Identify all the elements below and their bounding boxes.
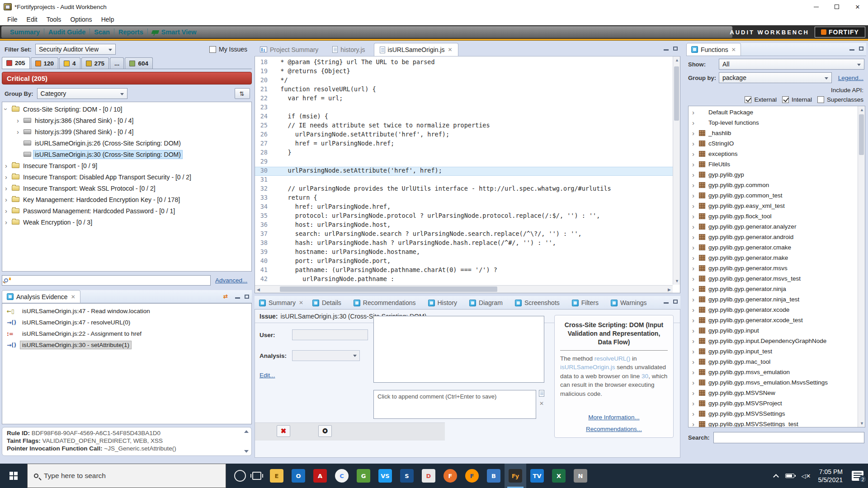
cortana-icon[interactable] [234, 470, 246, 482]
legend-link[interactable]: Legend... [838, 75, 863, 81]
tree-chevron-icon[interactable] [692, 389, 699, 397]
start-button[interactable] [0, 464, 27, 488]
function-package-item[interactable]: gyp.pylib.gyp.MSVSSettings_test [689, 419, 865, 427]
volume-muted-icon[interactable]: ◁✕ [802, 473, 811, 479]
issue-detail-tab[interactable]: Screenshots [510, 296, 567, 309]
severity-badge-tab[interactable]: 205 [2, 57, 30, 69]
close-button[interactable]: ✕ [847, 0, 868, 14]
append-comment-input[interactable]: Click to append comment (Ctrl+Enter to s… [373, 390, 536, 419]
function-package-item[interactable]: exceptions [689, 149, 865, 159]
bug-report-button[interactable]: 🞉 [318, 425, 332, 437]
issue-detail-tab[interactable]: Summary ✕ [255, 296, 308, 309]
delete-button[interactable]: ✖ [277, 425, 290, 437]
maximize-panel-icon[interactable] [245, 295, 249, 299]
tree-chevron-icon[interactable] [5, 207, 12, 215]
line-link[interactable]: 30 [642, 373, 648, 380]
minimize-button[interactable] [806, 0, 826, 14]
issue-detail-tab[interactable]: History [424, 296, 465, 309]
user-field[interactable] [292, 329, 368, 340]
comment-display-area[interactable] [373, 316, 544, 383]
function-package-item[interactable]: gyp.pylib.gyp.generator.ninja_test [689, 294, 865, 305]
scroll-down-icon[interactable]: ▼ [675, 279, 679, 283]
scroll-up-icon[interactable]: ▲ [675, 58, 679, 62]
include-api-checkbox[interactable]: Internal [782, 96, 812, 103]
scroll-up-icon[interactable]: ▲ [860, 108, 864, 112]
evidence-item[interactable]: ←▯ isURLSameOrigin.js:47 - Read window.l… [2, 305, 251, 317]
taskbar-app-button[interactable]: S [396, 464, 418, 488]
tree-chevron-icon[interactable] [692, 316, 699, 324]
vertical-scrollbar[interactable]: ▲ ▼ [858, 106, 865, 427]
function-package-item[interactable]: gyp.pylib.gyp.generator.android [689, 232, 865, 242]
close-tab-icon[interactable]: ✕ [71, 294, 75, 300]
minimize-panel-icon[interactable] [235, 294, 240, 299]
taskbar-app-button[interactable]: F [461, 464, 483, 488]
sort-button[interactable]: ⇅ [235, 88, 250, 99]
issue-detail-tab[interactable]: Warnings [606, 296, 655, 309]
more-information-link[interactable]: More Information... [588, 414, 639, 421]
tree-chevron-icon[interactable] [692, 150, 699, 158]
issue-tree-item[interactable]: Key Management: Hardcoded Encryption Key… [2, 194, 251, 205]
editor-tab[interactable]: history.js [327, 43, 373, 56]
tree-chevron-icon[interactable] [692, 192, 699, 199]
tree-chevron-icon[interactable] [692, 212, 699, 220]
tree-chevron-icon[interactable] [17, 128, 24, 136]
minimize-panel-icon[interactable] [664, 46, 669, 51]
close-tab-icon[interactable]: ✕ [448, 47, 453, 53]
taskbar-app-button[interactable]: B [483, 464, 505, 488]
severity-badge-tab[interactable]: ... [110, 57, 124, 69]
toolbar-nav-item[interactable]: Reports [114, 28, 147, 36]
tree-chevron-icon[interactable] [692, 119, 699, 127]
taskbar-app-button[interactable]: A [309, 464, 331, 488]
include-api-checkbox[interactable]: Superclasses [817, 96, 863, 103]
function-package-item[interactable]: FileUtils [689, 159, 865, 169]
toolbar-nav-item[interactable]: Smart View [147, 28, 201, 36]
scroll-right-icon[interactable]: ▶ [668, 287, 671, 292]
tree-chevron-icon[interactable] [692, 244, 699, 251]
group-by-dropdown[interactable]: Category [37, 88, 127, 99]
tree-chevron-icon[interactable] [692, 296, 699, 303]
function-package-item[interactable]: gyp.pylib.gyp [689, 169, 865, 180]
tree-chevron-icon[interactable] [692, 223, 699, 230]
taskbar-app-button[interactable]: N [570, 464, 591, 488]
analysis-dropdown[interactable] [292, 350, 360, 361]
tree-chevron-icon[interactable] [692, 129, 699, 137]
issue-detail-tab[interactable]: Filters [567, 296, 606, 309]
taskbar-app-button[interactable]: D [418, 464, 439, 488]
issue-detail-tab[interactable]: Recommendations [349, 296, 424, 309]
taskbar-app-button[interactable]: G [353, 464, 374, 488]
tree-chevron-icon[interactable] [692, 181, 699, 189]
tree-chevron-icon[interactable] [692, 420, 699, 427]
function-package-item[interactable]: gyp.pylib.gyp.generator.analyzer [689, 221, 865, 232]
tree-chevron-icon[interactable] [5, 105, 12, 113]
edit-link[interactable]: Edit... [259, 372, 275, 379]
issue-tree-item[interactable]: Weak Encryption - [0 / 3] [2, 216, 251, 228]
function-package-item[interactable]: gyp.pylib.gyp.generator.ninja [689, 284, 865, 294]
severity-badge-tab[interactable]: 4 [59, 57, 80, 69]
vertical-scrollbar[interactable]: ▲ ▼ [673, 56, 680, 285]
functions-group-by-dropdown[interactable]: package [719, 72, 832, 83]
method-link[interactable]: resolveURL() [594, 355, 631, 362]
menu-item[interactable]: Options [66, 15, 96, 24]
function-package-item[interactable]: gyp.pylib.gyp.easy_xml_test [689, 201, 865, 211]
horizontal-scrollbar[interactable]: ◀ ▶ [255, 285, 673, 293]
issue-tree-item[interactable]: Password Management: Hardcoded Password … [2, 205, 251, 216]
tree-chevron-icon[interactable] [692, 171, 699, 178]
file-link[interactable]: isURLSameOrigin.js [560, 364, 615, 371]
maximize-panel-icon[interactable] [673, 300, 678, 304]
issue-tree-item[interactable]: history.js:386 (Shared Sink) - [0 / 4] [2, 115, 251, 126]
tree-chevron-icon[interactable] [692, 140, 699, 147]
severity-badge-tab[interactable]: 604 [125, 57, 153, 69]
function-package-item[interactable]: gyp.pylib.gyp.MSVSSettings [689, 408, 865, 419]
tree-chevron-icon[interactable] [17, 139, 24, 147]
tree-chevron-icon[interactable] [692, 108, 699, 116]
tree-chevron-icon[interactable] [692, 358, 699, 366]
issue-tree-item[interactable]: history.js:399 (Shared Sink) - [0 / 4] [2, 126, 251, 137]
issue-detail-tab[interactable]: Details [308, 296, 349, 309]
scrollbar-thumb[interactable] [674, 66, 679, 121]
taskbar-app-button[interactable]: TV [526, 464, 548, 488]
issue-search-input[interactable] [2, 275, 211, 286]
issue-tree-item[interactable]: isURLSameOrigin.js:30 (Cross-Site Script… [2, 149, 251, 160]
function-package-item[interactable]: Top-level functions [689, 117, 865, 128]
tree-chevron-icon[interactable] [17, 117, 24, 124]
function-package-item[interactable]: gyp.pylib.gyp.generator.xcode [689, 305, 865, 315]
